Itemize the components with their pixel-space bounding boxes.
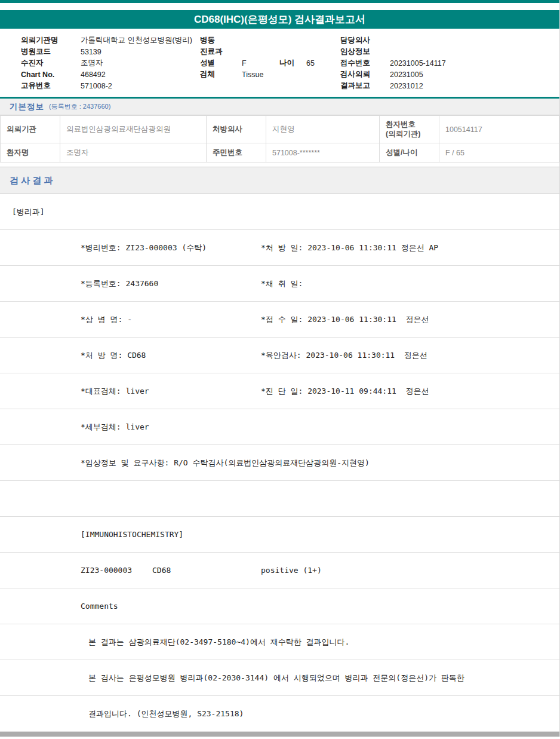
top-accent-bar	[0, 0, 559, 3]
ihc-test-result: positive (1+)	[261, 566, 559, 575]
header-field: 수진자조명자	[21, 57, 192, 69]
comment-line: 결과입니다. (인천성모병원, S23-21518)	[0, 696, 559, 732]
patient-header-col1: 의뢰기관명가톨릭대학교 인천성모병원(병리) 병원코드53139 수진자조명자 …	[21, 35, 192, 91]
ihc-header-row: [IMMUNOHISTOCHEMISTRY]	[0, 517, 559, 553]
result-line-left: *상 병 명: -	[81, 314, 261, 325]
result-line-left: *등록번호: 2437660	[81, 278, 261, 289]
empty-row	[0, 481, 559, 517]
comments-label-row: Comments	[0, 588, 559, 624]
comment-line: 본 결과는 삼광의료재단(02-3497-5180~4)에서 재수탁한 결과입니…	[0, 624, 559, 660]
result-line: *세부검체: liver	[0, 409, 559, 445]
result-line-right: *채 취 일:	[261, 278, 559, 289]
header-field: 검체Tissue	[200, 69, 315, 80]
table-row: 의뢰기관 의료법인삼광의료재단삼광의원 처방의사 지현영 환자번호 (의뢰기관)…	[1, 116, 559, 143]
table-row: 환자명 조명자 주민번호 571008-******* 성별/나이 F / 65	[1, 143, 559, 162]
field-label: Chart No.	[21, 70, 81, 79]
header-field: 검사의뢰20231005	[340, 69, 446, 80]
result-line-right: *진 단 일: 2023-10-11 09:44:11 정은선	[261, 386, 559, 397]
field-value: 가톨릭대학교 인천성모병원(병리)	[81, 35, 192, 45]
ihc-specimen-code: ZI23-000003	[81, 566, 152, 575]
result-line-left: *병리번호: ZI23-000003 (수탁)	[81, 243, 261, 253]
field-value: 20231005	[390, 70, 423, 79]
comment-text: 본 결과는 삼광의료재단(02-3497-5180~4)에서 재수탁한 결과입니…	[88, 637, 349, 648]
cell-value: 조명자	[60, 143, 207, 162]
patient-header-col2: 병동 진료과 성별F나이65 검체Tissue	[200, 35, 315, 80]
field-label: 임상정보	[340, 47, 390, 57]
header-field: 병원코드53139	[21, 46, 192, 57]
result-line-left: *대표검체: liver	[81, 386, 261, 397]
header-field: 진료과	[200, 46, 315, 57]
field-label: 나이	[279, 58, 306, 68]
cell-value: F / 65	[439, 143, 559, 162]
header-field: 성별F나이65	[200, 57, 315, 69]
result-line: *임상정보 및 요구사항: R/O 수탁검사(의료법인삼광의료재단삼광의원-지현…	[0, 445, 559, 481]
result-line-left: *처 방 명: CD68	[81, 350, 261, 361]
header-field: 병동	[200, 35, 315, 46]
header-field: 담당의사	[340, 35, 446, 46]
result-line: *병리번호: ZI23-000003 (수탁)*처 방 일: 2023-10-0…	[0, 230, 559, 266]
cell-value: 100514117	[439, 116, 559, 143]
field-label: 병원코드	[21, 47, 81, 57]
ihc-result-row: ZI23-000003 CD68 positive (1+)	[0, 553, 559, 588]
field-label: 결과보고	[340, 81, 390, 91]
results-section-header: 검 사 결 과	[0, 167, 559, 194]
header-field: 임상정보	[340, 46, 446, 57]
header-field: 의뢰기관명가톨릭대학교 인천성모병원(병리)	[21, 35, 192, 46]
department-label: [병리과]	[12, 207, 45, 217]
field-value: 20231005-14117	[390, 59, 446, 68]
result-line-left: *세부검체: liver	[81, 422, 261, 433]
field-value: F	[242, 59, 279, 68]
comments-label: Comments	[81, 602, 118, 611]
department-row: [병리과]	[0, 194, 559, 230]
header-field: 결과보고20231012	[340, 80, 446, 91]
result-line: *상 병 명: -*접 수 일: 2023-10-06 11:30:11 정은선	[0, 302, 559, 338]
field-label: 진료과	[200, 47, 242, 57]
header-field: Chart No.468492	[21, 69, 192, 80]
patient-header-col3: 담당의사 임상정보 접수번호20231005-14117 검사의뢰2023100…	[340, 35, 446, 91]
field-label: 수진자	[21, 58, 81, 68]
report-page: CD68(IHC)(은평성모) 검사결과보고서 의뢰기관명가톨릭대학교 인천성모…	[0, 0, 560, 737]
footer-bar	[0, 732, 559, 737]
cell-value: 571008-*******	[266, 143, 380, 162]
cell-value: 의료법인삼광의료재단삼광의원	[60, 116, 207, 143]
ihc-header-label: [IMMUNOHISTOCHEMISTRY]	[81, 530, 183, 539]
header-field: 고유번호571008-2	[21, 80, 192, 91]
basic-info-title: 기본정보	[10, 102, 44, 112]
result-line-right: *처 방 일: 2023-10-06 11:30:11 정은선 AP	[261, 243, 559, 253]
result-line: *처 방 명: CD68*육안검사: 2023-10-06 11:30:11 정…	[0, 338, 559, 373]
field-label: 검사의뢰	[340, 69, 390, 79]
field-value: 20231012	[390, 82, 423, 90]
field-label: 접수번호	[340, 58, 390, 68]
cell-label: 처방의사	[207, 116, 266, 143]
field-value: 조명자	[81, 58, 103, 68]
field-label: 고유번호	[21, 81, 81, 91]
field-value: 468492	[81, 70, 106, 79]
cell-label: 환자명	[1, 143, 60, 162]
basic-info-subtitle: (등록번호 : 2437660)	[49, 102, 110, 111]
basic-info-table: 의뢰기관 의료법인삼광의료재단삼광의원 처방의사 지현영 환자번호 (의뢰기관)…	[0, 115, 559, 162]
basic-info-section-header: 기본정보 (등록번호 : 2437660)	[0, 99, 559, 115]
cell-label: 주민번호	[207, 143, 266, 162]
field-label: 성별	[200, 58, 242, 68]
result-line: *대표검체: liver*진 단 일: 2023-10-11 09:44:11 …	[0, 373, 559, 409]
field-label: 의뢰기관명	[21, 35, 81, 45]
result-line-right: *육안검사: 2023-10-06 11:30:11 정은선	[261, 350, 559, 361]
field-value: Tissue	[242, 70, 263, 79]
cell-label: 성별/나이	[380, 143, 439, 162]
header-field: 접수번호20231005-14117	[340, 57, 446, 69]
comment-text: 결과입니다. (인천성모병원, S23-21518)	[88, 709, 244, 719]
field-label: 담당의사	[340, 35, 390, 45]
ihc-test-name: CD68	[152, 566, 261, 575]
field-label: 병동	[200, 35, 242, 45]
field-value: 65	[306, 59, 315, 68]
results-title: 검 사 결 과	[10, 175, 53, 186]
cell-label: 의뢰기관	[1, 116, 60, 143]
cell-value: 지현영	[266, 116, 380, 143]
result-line-right: *접 수 일: 2023-10-06 11:30:11 정은선	[261, 314, 559, 325]
report-title: CD68(IHC)(은평성모) 검사결과보고서	[0, 10, 559, 29]
field-label: 검체	[200, 69, 242, 79]
field-value: 571008-2	[81, 82, 112, 90]
result-line: *등록번호: 2437660*채 취 일:	[0, 266, 559, 302]
comment-line: 본 검사는 은평성모병원 병리과(02-2030-3144) 에서 시행되었으며…	[0, 660, 559, 696]
comment-text: 본 검사는 은평성모병원 병리과(02-2030-3144) 에서 시행되었으며…	[88, 673, 464, 683]
